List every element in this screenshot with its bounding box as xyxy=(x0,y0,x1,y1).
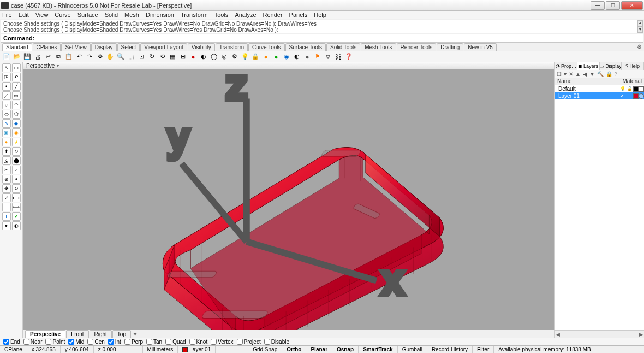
pan-icon[interactable]: ✋ xyxy=(106,52,115,61)
zoom-extents-icon[interactable]: ⊡ xyxy=(137,52,146,61)
pointer-icon[interactable]: ↖ xyxy=(2,63,11,72)
menu-view[interactable]: View xyxy=(35,11,49,18)
tab-select[interactable]: Select xyxy=(117,43,140,51)
osnap-int[interactable]: Int xyxy=(108,339,121,345)
tab-cplanes[interactable]: CPlanes xyxy=(33,43,61,51)
circle-icon[interactable]: ○ xyxy=(2,101,11,109)
line-icon[interactable]: ／ xyxy=(2,91,11,100)
panel-scrollbar[interactable]: ◀▶ xyxy=(555,330,644,338)
menu-file[interactable]: File xyxy=(2,11,12,18)
ghosted-icon[interactable]: ◯ xyxy=(210,52,218,61)
arc-icon[interactable]: ◠ xyxy=(12,101,21,109)
rotate-icon[interactable]: ↻ xyxy=(12,184,21,193)
minimize-button[interactable]: — xyxy=(591,1,605,10)
command-line[interactable]: Command: xyxy=(1,34,643,43)
menu-dimension[interactable]: Dimension xyxy=(146,11,174,18)
tab-vplayout[interactable]: Viewport Layout xyxy=(140,43,187,51)
ptab-display[interactable]: ▭Display xyxy=(600,62,622,70)
maximize-button[interactable]: ☐ xyxy=(606,1,620,10)
vtab-top[interactable]: Top xyxy=(112,330,131,338)
redo-icon[interactable]: ↷ xyxy=(85,52,94,61)
col-name[interactable]: Name xyxy=(555,78,616,85)
tab-standard[interactable]: Standard xyxy=(2,43,32,51)
menu-solid[interactable]: Solid xyxy=(105,11,118,18)
status-record[interactable]: Record History xyxy=(427,346,473,353)
move-up-icon[interactable]: ▲ xyxy=(575,71,581,77)
lasso-icon[interactable]: ⬭ xyxy=(12,63,21,72)
check-icon[interactable]: ✔ xyxy=(12,212,21,221)
tab-curvetools[interactable]: Curve Tools xyxy=(248,43,285,51)
scroll-up-icon[interactable]: ▲ xyxy=(637,20,643,27)
current-check-icon[interactable]: ✔ xyxy=(619,93,625,99)
menu-edit[interactable]: Edit xyxy=(19,11,29,18)
menu-help[interactable]: Help xyxy=(314,11,326,18)
join-icon[interactable]: ⊕ xyxy=(2,175,11,184)
new-icon[interactable]: 📄 xyxy=(2,52,11,61)
properties-icon[interactable]: ◐ xyxy=(293,52,301,61)
scroll-left-icon[interactable]: ◀ xyxy=(556,332,560,337)
extrude-icon[interactable]: ⬆ xyxy=(2,147,11,156)
loft-icon[interactable]: ◬ xyxy=(2,156,11,165)
zoom-window-icon[interactable]: ⬚ xyxy=(127,52,135,61)
osnap-knot[interactable]: Knot xyxy=(189,339,208,345)
flag-icon[interactable]: ⚑ xyxy=(313,52,322,61)
ptab-properties[interactable]: ◔Prop… xyxy=(555,62,577,70)
viewport[interactable]: z x y xyxy=(23,69,554,330)
osnap-tan[interactable]: Tan xyxy=(146,339,162,345)
shade-icon[interactable]: ◐ xyxy=(199,52,208,61)
status-gumball[interactable]: Gumball xyxy=(398,346,427,353)
options-icon[interactable]: ⚙ xyxy=(230,52,239,61)
tab-surfacetools[interactable]: Surface Tools xyxy=(285,43,326,51)
status-smarttrack[interactable]: SmartTrack xyxy=(359,346,397,353)
new-sublayer-icon[interactable]: ▾ xyxy=(564,71,567,77)
osnap-cen[interactable]: Cen xyxy=(87,339,104,345)
help-icon[interactable]: ❓ xyxy=(344,52,353,61)
undo-icon[interactable]: ↶ xyxy=(12,73,21,81)
material-swatch[interactable] xyxy=(639,93,644,99)
save-icon[interactable]: 💾 xyxy=(23,52,32,61)
osnap-vertex[interactable]: Vertex xyxy=(211,339,233,345)
ellipse-icon[interactable]: ⬭ xyxy=(2,110,11,119)
array-icon[interactable]: ⋮⋮ xyxy=(2,203,11,211)
undo-view-icon[interactable]: ⟲ xyxy=(158,52,166,61)
box-icon[interactable]: ▣ xyxy=(2,128,11,137)
polyline-icon[interactable]: ╱ xyxy=(12,82,21,91)
col-material[interactable]: Material xyxy=(616,78,644,85)
menu-panels[interactable]: Panels xyxy=(289,11,308,18)
dim-icon[interactable]: ⟼ xyxy=(12,203,21,211)
layers-icon[interactable]: ◉ xyxy=(282,52,291,61)
lock-open-icon[interactable]: 🔓 xyxy=(627,86,633,92)
vtab-front[interactable]: Front xyxy=(66,330,88,338)
material-swatch[interactable] xyxy=(639,86,644,92)
menu-transform[interactable]: Transform xyxy=(181,11,208,18)
point-icon[interactable]: • xyxy=(2,82,11,91)
gear-icon[interactable]: ⛭ xyxy=(324,52,332,61)
tab-rendertools[interactable]: Render Tools xyxy=(397,43,437,51)
tab-solidtools[interactable]: Solid Tools xyxy=(326,43,360,51)
cplane-icon[interactable]: ◳ xyxy=(2,73,11,81)
undo-icon[interactable]: ↶ xyxy=(75,52,84,61)
menu-render[interactable]: Render xyxy=(263,11,283,18)
color-swatch[interactable] xyxy=(633,86,639,92)
open-icon[interactable]: 📂 xyxy=(13,52,21,61)
show-icon[interactable]: ● xyxy=(272,52,281,61)
osnap-project[interactable]: Project xyxy=(237,339,261,345)
paste-icon[interactable]: 📋 xyxy=(64,52,73,61)
curve-icon[interactable]: ∿ xyxy=(2,119,11,128)
star-icon[interactable]: ★ xyxy=(12,138,21,146)
toolbar-options-icon[interactable]: ⚙ xyxy=(637,44,642,50)
hide-icon[interactable]: ● xyxy=(261,52,270,61)
tab-display[interactable]: Display xyxy=(91,43,117,51)
link-icon[interactable]: ⛓ xyxy=(334,52,343,61)
tab-newv5[interactable]: New in V5 xyxy=(464,43,497,51)
sphere-icon[interactable]: ● xyxy=(303,52,312,61)
split-icon[interactable]: ⟋ xyxy=(12,166,21,174)
polygon-icon[interactable]: ⬠ xyxy=(12,110,21,119)
mirror-icon[interactable]: ⟷ xyxy=(12,193,21,202)
osnap-end[interactable]: End xyxy=(3,339,20,345)
layer-help-icon[interactable]: ? xyxy=(615,71,618,77)
menu-curve[interactable]: Curve xyxy=(55,11,70,18)
delete-layer-icon[interactable]: ✕ xyxy=(569,71,573,77)
menu-analyze[interactable]: Analyze xyxy=(235,11,256,18)
layer-row[interactable]: Default 💡 🔓 xyxy=(555,85,644,92)
